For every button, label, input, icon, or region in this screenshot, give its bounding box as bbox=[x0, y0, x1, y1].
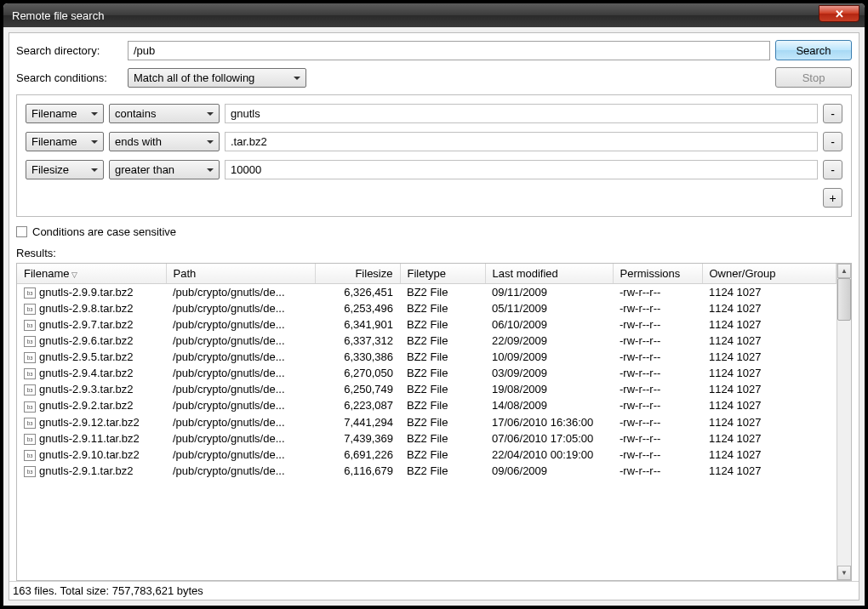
scroll-thumb[interactable] bbox=[837, 278, 851, 321]
search-dir-label: Search directory: bbox=[16, 44, 123, 57]
col-filename[interactable]: Filename bbox=[17, 264, 166, 284]
col-filesize[interactable]: Filesize bbox=[315, 264, 400, 284]
col-owner[interactable]: Owner/Group bbox=[702, 264, 837, 284]
search-cond-label: Search conditions: bbox=[16, 71, 123, 84]
results-panel: Filename Path Filesize Filetype Last mod… bbox=[16, 263, 852, 581]
search-dir-row: Search directory: Search bbox=[16, 40, 852, 60]
results-table: Filename Path Filesize Filetype Last mod… bbox=[17, 264, 837, 479]
table-row[interactable]: bзgnutls-2.9.4.tar.bz2/pub/crypto/gnutls… bbox=[17, 365, 837, 381]
table-row[interactable]: bзgnutls-2.9.8.tar.bz2/pub/crypto/gnutls… bbox=[17, 300, 837, 316]
scroll-up-button[interactable]: ▲ bbox=[837, 264, 851, 278]
remove-condition-button[interactable]: - bbox=[823, 160, 842, 179]
condition-row: Filesize greater than - bbox=[26, 160, 842, 179]
col-permissions[interactable]: Permissions bbox=[613, 264, 702, 284]
file-icon: bз bbox=[24, 368, 36, 379]
file-icon: bз bbox=[24, 287, 36, 299]
add-condition-button[interactable]: + bbox=[823, 188, 842, 208]
cond-value-input[interactable] bbox=[225, 160, 818, 179]
col-filetype[interactable]: Filetype bbox=[400, 264, 485, 284]
file-icon: bз bbox=[24, 434, 36, 445]
table-row[interactable]: bзgnutls-2.9.2.tar.bz2/pub/crypto/gnutls… bbox=[17, 397, 837, 413]
table-row[interactable]: bзgnutls-2.9.9.tar.bz2/pub/crypto/gnutls… bbox=[17, 284, 837, 301]
cond-field-select[interactable]: Filesize bbox=[26, 160, 104, 179]
file-icon: bз bbox=[24, 450, 36, 461]
cond-value-input[interactable] bbox=[225, 132, 818, 151]
table-row[interactable]: bзgnutls-2.9.6.tar.bz2/pub/crypto/gnutls… bbox=[17, 333, 837, 349]
file-icon: bз bbox=[24, 304, 36, 315]
case-sensitive-checkbox[interactable] bbox=[16, 226, 27, 237]
col-modified[interactable]: Last modified bbox=[485, 264, 613, 284]
cond-field-select[interactable]: Filename bbox=[26, 104, 104, 123]
table-row[interactable]: bзgnutls-2.9.12.tar.bz2/pub/crypto/gnutl… bbox=[17, 414, 837, 430]
search-cond-row: Search conditions: Match all of the foll… bbox=[16, 67, 852, 88]
results-label: Results: bbox=[16, 247, 852, 259]
condition-row: Filename contains - bbox=[26, 104, 842, 123]
cond-value-input[interactable] bbox=[225, 104, 818, 123]
file-icon: bз bbox=[24, 401, 36, 413]
file-icon: bз bbox=[24, 352, 36, 363]
file-icon: bз bbox=[24, 336, 36, 347]
table-row[interactable]: bзgnutls-2.9.3.tar.bz2/pub/crypto/gnutls… bbox=[17, 381, 837, 397]
cond-op-select[interactable]: greater than bbox=[109, 160, 220, 179]
search-button[interactable]: Search bbox=[775, 40, 852, 60]
window-title: Remote file search bbox=[12, 9, 819, 22]
match-mode-select[interactable]: Match all of the following bbox=[128, 68, 306, 88]
col-path[interactable]: Path bbox=[166, 264, 315, 284]
table-row[interactable]: bзgnutls-2.9.5.tar.bz2/pub/crypto/gnutls… bbox=[17, 349, 837, 365]
window: Remote file search ✕ Search directory: S… bbox=[3, 3, 865, 606]
remove-condition-button[interactable]: - bbox=[823, 132, 842, 151]
file-icon: bз bbox=[24, 320, 36, 331]
conditions-panel: Filename contains - Filename ends with -… bbox=[16, 94, 852, 217]
close-icon: ✕ bbox=[835, 8, 844, 20]
stop-button[interactable]: Stop bbox=[775, 67, 852, 88]
file-icon: bз bbox=[24, 384, 36, 396]
file-icon: bз bbox=[24, 466, 36, 477]
table-row[interactable]: bзgnutls-2.9.11.tar.bz2/pub/crypto/gnutl… bbox=[17, 430, 837, 447]
scrollbar[interactable]: ▲ ▼ bbox=[837, 264, 851, 580]
condition-row: Filename ends with - bbox=[26, 132, 842, 151]
table-row[interactable]: bзgnutls-2.9.1.tar.bz2/pub/crypto/gnutls… bbox=[17, 463, 837, 479]
case-sensitive-row: Conditions are case sensitive bbox=[16, 225, 852, 238]
cond-op-select[interactable]: contains bbox=[109, 104, 220, 123]
scroll-down-button[interactable]: ▼ bbox=[837, 566, 851, 580]
match-mode-value: Match all of the following bbox=[134, 71, 254, 84]
cond-field-select[interactable]: Filename bbox=[26, 132, 104, 151]
table-row[interactable]: bзgnutls-2.9.10.tar.bz2/pub/crypto/gnutl… bbox=[17, 447, 837, 463]
status-bar: 163 files. Total size: 757,783,621 bytes bbox=[9, 581, 859, 600]
file-icon: bз bbox=[24, 418, 36, 429]
content: Search directory: Search Search conditio… bbox=[9, 32, 859, 600]
cond-op-select[interactable]: ends with bbox=[109, 132, 220, 151]
titlebar[interactable]: Remote file search ✕ bbox=[3, 3, 865, 27]
table-row[interactable]: bзgnutls-2.9.7.tar.bz2/pub/crypto/gnutls… bbox=[17, 316, 837, 333]
search-dir-input[interactable] bbox=[128, 41, 770, 60]
remove-condition-button[interactable]: - bbox=[823, 104, 842, 123]
case-sensitive-label: Conditions are case sensitive bbox=[32, 225, 176, 238]
close-button[interactable]: ✕ bbox=[819, 5, 859, 22]
add-row: + bbox=[26, 188, 842, 208]
